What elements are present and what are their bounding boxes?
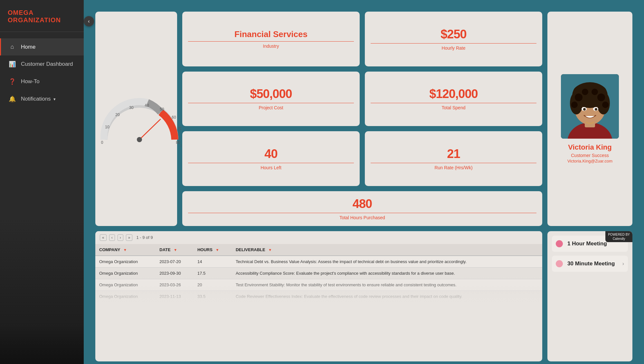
sidebar-label-home: Home bbox=[21, 44, 35, 50]
30-min-meeting-title: 30 Minute Meeting bbox=[567, 261, 618, 267]
chevron-left-icon: ‹ bbox=[88, 18, 90, 24]
col-hours: HOURS ▼ bbox=[194, 244, 232, 256]
svg-point-12 bbox=[137, 137, 142, 142]
30-min-meeting-dot bbox=[556, 260, 563, 267]
cell-deliverable: Code Reviewer Effectiveness Index: Evalu… bbox=[232, 290, 542, 302]
gauge-card: 0 10 20 30 40 50 60 70 80 90 100 bbox=[95, 12, 177, 226]
cell-date: 2023-09-30 bbox=[156, 267, 194, 279]
industry-card: Financial Services Industry bbox=[182, 12, 360, 66]
svg-text:40: 40 bbox=[145, 103, 149, 108]
cell-hours: 20 bbox=[194, 279, 232, 290]
profile-photo bbox=[561, 74, 619, 139]
table-row: Omega Organization 2023-07-20 14 Technic… bbox=[95, 256, 542, 268]
1-hour-meeting-dot bbox=[556, 240, 563, 247]
table-next-page-button[interactable]: › bbox=[118, 234, 123, 241]
col-company: COMPANY ▼ bbox=[95, 244, 156, 256]
table-last-page-button[interactable]: » bbox=[126, 234, 133, 241]
table-prev-page-button[interactable]: ‹ bbox=[109, 234, 115, 241]
cell-date: 2023-07-20 bbox=[156, 256, 194, 268]
svg-point-24 bbox=[592, 89, 598, 95]
project-cost-label: Project Cost bbox=[188, 103, 354, 110]
home-icon: ⌂ bbox=[9, 44, 16, 50]
dashboard: 0 10 20 30 40 50 60 70 80 90 100 bbox=[84, 0, 644, 364]
date-filter-icon[interactable]: ▼ bbox=[174, 248, 177, 252]
svg-text:60: 60 bbox=[172, 115, 176, 120]
table-first-page-button[interactable]: « bbox=[100, 234, 107, 241]
svg-text:10: 10 bbox=[105, 125, 109, 129]
table-body: Omega Organization 2023-07-20 14 Technic… bbox=[95, 256, 542, 302]
total-spend-value: $120,000 bbox=[429, 87, 478, 101]
sidebar-item-how-to[interactable]: ❓ How-To bbox=[0, 73, 84, 90]
company-filter-icon[interactable]: ▼ bbox=[123, 248, 127, 252]
svg-point-25 bbox=[571, 102, 578, 108]
sidebar-fade bbox=[0, 325, 84, 364]
svg-point-29 bbox=[583, 108, 586, 111]
cell-company: Omega Organization bbox=[95, 267, 156, 279]
table-row: Omega Organization 2023-09-30 17.5 Acces… bbox=[95, 267, 542, 279]
chart-icon: 📊 bbox=[9, 61, 16, 68]
data-table-section: « ‹ › » 1 - 9 of 9 COMPANY ▼ bbox=[95, 231, 542, 362]
svg-point-21 bbox=[575, 93, 582, 101]
total-hours-value: 480 bbox=[353, 197, 372, 211]
cell-hours: 17.5 bbox=[194, 267, 232, 279]
notifications-label: Notifications bbox=[21, 96, 51, 102]
table-scroll-container[interactable]: COMPANY ▼ DATE ▼ HOURS ▼ bbox=[95, 244, 542, 302]
bell-icon: 🔔 bbox=[9, 95, 16, 103]
cell-company: Omega Organization bbox=[95, 279, 156, 290]
calendly-banner: POWERED BY Calendly bbox=[605, 231, 632, 242]
svg-text:30: 30 bbox=[129, 105, 134, 110]
profile-email: Victoria.King@Zuar.com bbox=[567, 159, 612, 163]
stats-cards-grid: Financial Services Industry $250 Hourly … bbox=[180, 9, 545, 229]
sidebar: OMEGA ORGANIZATION ⌂ Home 📊 Customer Das… bbox=[0, 0, 84, 364]
deliverable-filter-icon[interactable]: ▼ bbox=[268, 248, 272, 252]
table-header: COMPANY ▼ DATE ▼ HOURS ▼ bbox=[95, 244, 542, 256]
sidebar-item-notifications[interactable]: 🔔 Notifications ▾ bbox=[0, 90, 84, 108]
total-spend-label: Total Spend bbox=[371, 103, 536, 110]
help-icon: ❓ bbox=[9, 78, 16, 85]
meeting-card: POWERED BY Calendly 1 Hour Meeting 30 Mi… bbox=[547, 231, 632, 362]
industry-title: Financial Services bbox=[234, 29, 308, 39]
svg-point-26 bbox=[602, 102, 609, 108]
cell-company: Omega Organization bbox=[95, 256, 156, 268]
svg-point-22 bbox=[597, 93, 605, 101]
cell-deliverable: Test Environment Stability: Monitor the … bbox=[232, 279, 542, 290]
hours-left-label: Hours Left bbox=[188, 163, 354, 170]
logo-text: OMEGA ORGANIZATION bbox=[8, 9, 76, 24]
table-row: Omega Organization 2023-11-13 33.5 Code … bbox=[95, 290, 542, 302]
logo: OMEGA ORGANIZATION bbox=[0, 3, 84, 32]
col-date: DATE ▼ bbox=[156, 244, 194, 256]
total-hours-label: Total Hours Purchased bbox=[188, 213, 536, 220]
sidebar-label-customer-dashboard: Customer Dashboard bbox=[21, 61, 73, 67]
svg-text:20: 20 bbox=[115, 113, 120, 117]
hours-left-value: 40 bbox=[264, 147, 277, 161]
table-toolbar: « ‹ › » 1 - 9 of 9 bbox=[95, 231, 542, 244]
hourly-rate-card: $250 Hourly Rate bbox=[365, 12, 542, 66]
sidebar-label-how-to: How-To bbox=[21, 78, 40, 85]
profile-card: Victoria King Customer Success Victoria.… bbox=[547, 12, 632, 226]
notifications-arrow: ▾ bbox=[53, 97, 56, 102]
30-min-meeting-arrow: › bbox=[622, 261, 624, 267]
sidebar-item-customer-dashboard[interactable]: 📊 Customer Dashboard bbox=[0, 55, 84, 73]
run-rate-label: Run Rate (Hrs/Wk) bbox=[371, 163, 536, 170]
hours-filter-icon[interactable]: ▼ bbox=[216, 248, 219, 252]
sidebar-item-home[interactable]: ⌂ Home bbox=[0, 38, 84, 55]
gauge-chart: 0 10 20 30 40 50 60 70 80 90 100 bbox=[98, 93, 175, 144]
cell-company: Omega Organization bbox=[95, 290, 156, 302]
profile-role: Customer Success bbox=[571, 153, 609, 158]
hourly-rate-value: $250 bbox=[440, 27, 467, 41]
30-min-meeting-item[interactable]: 30 Minute Meeting › bbox=[552, 256, 628, 272]
total-spend-card: $120,000 Total Spend bbox=[365, 72, 542, 126]
main-content: ‹ 0 10 20 30 bbox=[84, 0, 644, 364]
deliverables-table: COMPANY ▼ DATE ▼ HOURS ▼ bbox=[95, 244, 542, 302]
sidebar-nav: ⌂ Home 📊 Customer Dashboard ❓ How-To 🔔 N… bbox=[0, 35, 84, 111]
industry-subtitle: Industry bbox=[188, 41, 354, 49]
cell-hours: 14 bbox=[194, 256, 232, 268]
cell-date: 2023-11-13 bbox=[156, 290, 194, 302]
collapse-sidebar-button[interactable]: ‹ bbox=[84, 16, 94, 26]
table-row: Omega Organization 2023-03-26 20 Test En… bbox=[95, 279, 542, 290]
profile-name: Victoria King bbox=[568, 143, 611, 152]
project-cost-value: $50,000 bbox=[250, 87, 292, 101]
cell-deliverable: Technical Debt vs. Business Value Analys… bbox=[232, 256, 542, 268]
total-hours-card: 480 Total Hours Purchased bbox=[182, 191, 542, 226]
hourly-rate-label: Hourly Rate bbox=[371, 43, 536, 51]
